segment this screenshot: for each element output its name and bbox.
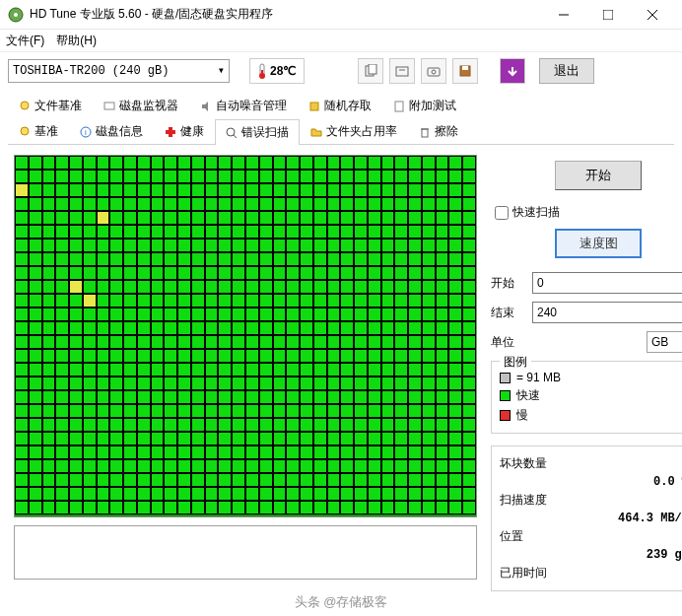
copy-button[interactable] (358, 58, 383, 84)
minimize-button[interactable] (541, 0, 585, 30)
screenshot-button[interactable] (421, 58, 446, 84)
window-title: HD Tune 专业版 5.60 - 硬盘/固态硬盘实用程序 (30, 6, 541, 23)
end-label: 结束 (491, 305, 532, 321)
quick-scan-checkbox[interactable]: 快速扫描 (491, 204, 682, 221)
svg-line-27 (234, 135, 237, 138)
svg-rect-16 (462, 66, 468, 70)
svg-rect-20 (395, 102, 403, 111)
copy2-button[interactable] (389, 58, 415, 84)
trash-icon (419, 126, 431, 138)
magnify-icon (226, 127, 238, 139)
lightbulb-icon (19, 101, 31, 112)
svg-point-17 (21, 102, 29, 109)
svg-point-26 (227, 128, 235, 136)
legend-group: 图例 = 91 MB 快速 慢 (491, 361, 682, 434)
menu-help[interactable]: 帮助(H) (56, 33, 97, 49)
scan-block-map (14, 155, 477, 517)
tab-extra-tests[interactable]: 附加测试 (382, 93, 467, 118)
tab-file-benchmark[interactable]: 文件基准 (8, 93, 93, 118)
start-value-input[interactable]: ▲▼ (532, 272, 682, 294)
watermark: 头条 @存储极客 (289, 592, 394, 612)
tab-health[interactable]: 健康 (154, 118, 215, 144)
exit-button[interactable]: 退出 (539, 58, 594, 84)
end-value-input[interactable]: ▲▼ (532, 302, 682, 323)
tab-disk-info[interactable]: i磁盘信息 (69, 118, 154, 144)
tab-folder-usage[interactable]: 文件夹占用率 (300, 118, 408, 144)
svg-rect-18 (104, 103, 114, 109)
svg-rect-19 (310, 103, 318, 110)
tab-aam[interactable]: 自动噪音管理 (189, 93, 298, 118)
tab-erase[interactable]: 擦除 (408, 118, 469, 144)
info-icon: i (80, 126, 92, 138)
svg-rect-13 (428, 68, 440, 76)
unit-select[interactable]: GB▾ (647, 331, 682, 353)
lightbulb-icon (19, 126, 31, 138)
speaker-icon (200, 101, 212, 112)
svg-rect-3 (603, 10, 613, 20)
drive-select[interactable]: TOSHIBA-TR200 (240 gB) ▾ (8, 59, 230, 83)
thermometer-icon (258, 62, 266, 80)
tab-random-access[interactable]: 随机存取 (298, 93, 382, 118)
monitor-icon (103, 101, 115, 112)
speed-map-button[interactable]: 速度图 (555, 229, 642, 258)
log-area (14, 525, 477, 580)
svg-rect-28 (422, 129, 428, 137)
svg-point-1 (14, 13, 18, 17)
svg-rect-25 (166, 130, 175, 134)
tab-error-scan[interactable]: 错误扫描 (215, 119, 300, 145)
options-button[interactable] (500, 58, 525, 84)
clipboard-icon (393, 101, 405, 112)
plus-icon (165, 126, 176, 138)
save-button[interactable] (452, 58, 478, 84)
svg-rect-11 (396, 67, 408, 76)
maximize-button[interactable] (585, 0, 630, 30)
menu-file[interactable]: 文件(F) (6, 33, 44, 49)
folder-icon (310, 126, 322, 138)
tab-disk-monitor[interactable]: 磁盘监视器 (93, 93, 189, 118)
close-button[interactable] (630, 0, 674, 30)
chevron-down-icon: ▾ (218, 63, 225, 78)
unit-label: 单位 (491, 334, 532, 351)
start-label: 开始 (491, 275, 532, 292)
start-scan-button[interactable]: 开始 (555, 161, 642, 190)
svg-rect-8 (261, 70, 263, 76)
svg-point-21 (21, 127, 29, 135)
app-icon (8, 7, 24, 23)
tab-benchmark[interactable]: 基准 (8, 118, 69, 144)
random-icon (308, 101, 320, 112)
svg-point-14 (432, 70, 436, 74)
svg-text:i: i (85, 128, 87, 137)
svg-rect-10 (369, 64, 376, 74)
stats-group: 坏块数量 0.0 % 扫描速度 464.3 MB/s 位置 239 gB 已用时… (491, 445, 682, 591)
temperature-display: 28℃ (249, 58, 305, 84)
